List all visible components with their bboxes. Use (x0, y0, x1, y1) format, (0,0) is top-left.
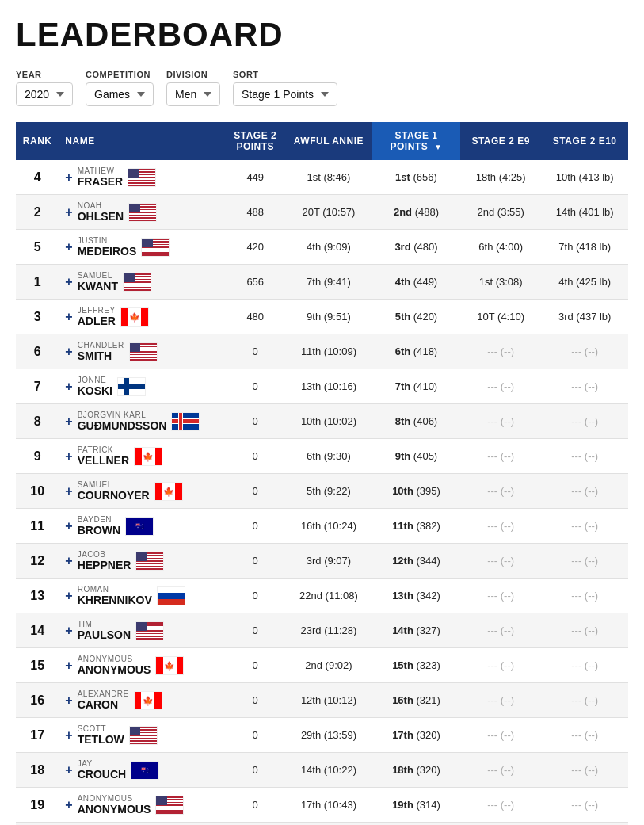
stage2-e10-cell: --- (--) (541, 718, 628, 753)
stage1-points-cell: 2nd (488) (372, 195, 460, 230)
expand-athlete-button[interactable]: + (65, 485, 72, 498)
division-label: DIVISION (166, 70, 220, 79)
awful-annie-cell: 13th (10:16) (285, 369, 372, 404)
name-cell: + JAY CROUCH 🇦🇺 (59, 753, 225, 788)
stage2-points-cell: 0 (226, 509, 285, 544)
expand-athlete-button[interactable]: + (65, 555, 72, 567)
awful-annie-cell: 23rd (11:28) (285, 613, 372, 648)
division-select[interactable]: Men (166, 82, 220, 106)
expand-athlete-button[interactable]: + (65, 276, 72, 288)
athlete-info: ROMAN KHRENNIKOV (78, 585, 152, 606)
expand-athlete-button[interactable]: + (65, 450, 72, 463)
stage2-e10-cell: --- (--) (541, 369, 628, 404)
stage1-points-cell: 19th (314) (372, 788, 460, 823)
stage1-points-cell: 8th (406) (372, 404, 460, 439)
awful-annie-cell: 11th (10:09) (285, 334, 372, 369)
expand-athlete-button[interactable]: + (65, 624, 72, 637)
rank-cell: 13 (16, 579, 59, 613)
athlete-last-name: ANONYMOUS (78, 803, 151, 815)
name-cell: + JONNE KOSKI (59, 369, 225, 404)
stage1-points-cell: 12th (344) (372, 544, 460, 579)
sort-select[interactable]: Stage 1 Points (233, 82, 337, 106)
expand-athlete-button[interactable]: + (65, 311, 72, 323)
athlete-info: BJÖRGVIN KARL GUÐMUNDSSON (78, 411, 167, 432)
table-row: 13 + ROMAN KHRENNIKOV 0 22nd (11:08) 13t… (16, 579, 628, 613)
expand-athlete-button[interactable]: + (65, 171, 72, 184)
awful-annie-cell: 9th (9:51) (285, 300, 372, 334)
athlete-first-name: ALEXANDRE (78, 689, 129, 698)
awful-annie-cell: 20T (10:57) (285, 195, 372, 230)
name-cell: + JUSTIN MEDEIROS (59, 230, 225, 265)
table-row: 7 + JONNE KOSKI 0 13th (10:16) 7th (410)… (16, 369, 628, 404)
athlete-info: JONNE KOSKI (78, 376, 112, 397)
stage1-points-cell: 18th (320) (372, 753, 460, 788)
stage1-points-cell: 4th (449) (372, 265, 460, 300)
athlete-last-name: KWANT (78, 280, 118, 292)
expand-athlete-button[interactable]: + (65, 590, 72, 602)
stage1-points-cell: 1st (656) (372, 160, 460, 195)
expand-athlete-button[interactable]: + (65, 380, 72, 393)
table-row: 4 + MATHEW FRASER 449 1st (8:46) 1st (65… (16, 160, 628, 195)
stage2-e10-cell: --- (--) (541, 474, 628, 509)
athlete-info: ANONYMOUS ANONYMOUS (78, 655, 151, 676)
stage2-points-cell: 0 (226, 404, 285, 439)
year-select[interactable]: 2020 (16, 82, 73, 106)
expand-athlete-button[interactable]: + (65, 415, 72, 428)
stage2-e9-cell: --- (--) (460, 683, 541, 718)
athlete-last-name: BROWN (78, 524, 120, 537)
athlete-first-name: PATRICK (78, 445, 129, 454)
stage1-points-cell: 7th (410) (372, 369, 460, 404)
rank-cell: 3 (16, 300, 59, 334)
awful-annie-cell: 3rd (9:07) (285, 544, 372, 579)
expand-athlete-button[interactable]: + (65, 241, 72, 254)
athlete-last-name: PAULSON (78, 628, 131, 641)
stage2-e9-cell: --- (--) (460, 369, 541, 404)
rank-cell: 14 (16, 613, 59, 648)
name-cell: + PATRICK VELLNER 🍁 (59, 439, 225, 474)
athlete-first-name: BAYDEN (78, 515, 120, 524)
leaderboard-table: RANK NAME STAGE 2 POINTS AWFUL ANNIE STA… (16, 122, 628, 825)
athlete-info: JACOB HEPPNER (78, 550, 131, 571)
col-name: NAME (59, 122, 225, 160)
stage2-e10-cell: 4th (425 lb) (541, 265, 628, 300)
name-cell: + BJÖRGVIN KARL GUÐMUNDSSON (59, 404, 225, 439)
expand-athlete-button[interactable]: + (65, 520, 72, 533)
rank-cell: 8 (16, 404, 59, 439)
rank-cell: 6 (16, 334, 59, 369)
rank-cell: 20 (16, 823, 59, 826)
athlete-last-name: KOSKI (78, 384, 112, 397)
athlete-first-name: JUSTIN (78, 236, 137, 245)
table-header-row: RANK NAME STAGE 2 POINTS AWFUL ANNIE STA… (16, 122, 628, 160)
table-row: 8 + BJÖRGVIN KARL GUÐMUNDSSON 0 10th (10… (16, 404, 628, 439)
competition-select[interactable]: Games (86, 82, 154, 106)
athlete-info: MATHEW FRASER (78, 166, 124, 188)
stage2-e10-cell: --- (--) (541, 544, 628, 579)
table-row: 11 + BAYDEN BROWN 🇦🇺 0 16th (10:24) 11th… (16, 509, 628, 544)
expand-athlete-button[interactable]: + (65, 799, 72, 812)
athlete-first-name: TIM (78, 620, 131, 628)
stage2-points-cell: 0 (226, 579, 285, 613)
rank-cell: 16 (16, 683, 59, 718)
stage2-e10-cell: --- (--) (541, 753, 628, 788)
col-rank: RANK (16, 122, 59, 160)
expand-athlete-button[interactable]: + (65, 729, 72, 742)
awful-annie-cell: 29th (13:59) (285, 718, 372, 753)
athlete-last-name: KHRENNIKOV (78, 594, 152, 606)
col-stage2e10: STAGE 2 E10 (541, 122, 628, 160)
rank-cell: 7 (16, 369, 59, 404)
stage2-e10-cell: --- (--) (541, 404, 628, 439)
stage2-points-cell: 656 (226, 265, 285, 300)
stage2-points-cell: 0 (226, 369, 285, 404)
expand-athlete-button[interactable]: + (65, 659, 72, 672)
awful-annie-cell: 1st (8:46) (285, 160, 372, 195)
expand-athlete-button[interactable]: + (65, 694, 72, 707)
expand-athlete-button[interactable]: + (65, 764, 72, 777)
table-row: 16 + ALEXANDRE CARON 🍁 0 12th (10:12) 16… (16, 683, 628, 718)
name-cell: + BAYDEN BROWN 🇦🇺 (59, 509, 225, 544)
expand-athlete-button[interactable]: + (65, 206, 72, 219)
sort-arrow-icon: ▼ (434, 143, 442, 151)
athlete-last-name: SMITH (78, 349, 124, 362)
division-filter: DIVISION Men (166, 70, 220, 106)
expand-athlete-button[interactable]: + (65, 346, 72, 358)
stage2-e10-cell: 3rd (437 lb) (541, 300, 628, 334)
